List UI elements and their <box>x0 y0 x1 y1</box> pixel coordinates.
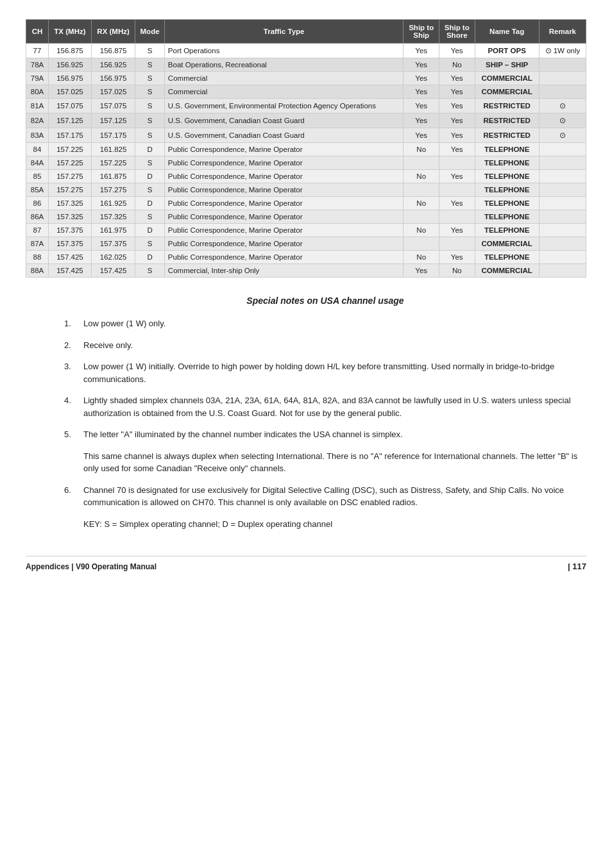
table-cell: TELEPHONE <box>475 210 539 224</box>
table-cell: ⊙ <box>539 128 586 143</box>
table-cell <box>539 197 586 210</box>
table-row: 78A156.925156.925SBoat Operations, Recre… <box>26 58 586 72</box>
table-cell: 87 <box>26 224 49 237</box>
table-cell: 161.875 <box>91 170 135 183</box>
table-cell: 157.325 <box>48 197 91 210</box>
table-cell: 156.925 <box>91 58 135 72</box>
table-cell: Public Correspondence, Marine Operator <box>164 237 404 251</box>
table-cell: D <box>135 197 165 210</box>
table-cell: Public Correspondence, Marine Operator <box>164 143 404 156</box>
table-cell: ⊙ 1W only <box>539 44 586 58</box>
table-row: 83A157.175157.175SU.S. Government, Canad… <box>26 128 586 143</box>
table-cell: Yes <box>404 72 439 85</box>
table-cell: 157.325 <box>91 210 135 224</box>
table-cell: 157.075 <box>48 99 91 113</box>
table-cell: 157.225 <box>48 156 91 170</box>
table-cell <box>404 156 439 170</box>
table-cell: TELEPHONE <box>475 224 539 237</box>
table-cell: 81A <box>26 99 49 113</box>
table-cell: Public Correspondence, Marine Operator <box>164 251 404 264</box>
table-cell: U.S. Government, Canadian Coast Guard <box>164 113 404 128</box>
table-cell: D <box>135 143 165 156</box>
special-notes-section: Special notes on USA channel usage 1.Low… <box>64 296 586 530</box>
table-cell: No <box>439 264 475 278</box>
table-cell: PORT OPS <box>475 44 539 58</box>
table-cell: 77 <box>26 44 49 58</box>
table-cell: S <box>135 237 165 251</box>
table-cell: 156.975 <box>91 72 135 85</box>
note-text: Receive only. <box>83 339 133 352</box>
table-cell: Yes <box>404 44 439 58</box>
table-cell: 157.425 <box>91 264 135 278</box>
table-cell: 85A <box>26 183 49 197</box>
table-row: 77156.875156.875SPort OperationsYesYesPO… <box>26 44 586 58</box>
note-number: 3. <box>64 360 83 385</box>
table-cell: Port Operations <box>164 44 404 58</box>
table-cell: 157.275 <box>48 170 91 183</box>
table-cell: 156.875 <box>91 44 135 58</box>
table-cell: Yes <box>439 251 475 264</box>
table-row: 86157.325161.925DPublic Correspondence, … <box>26 197 586 210</box>
table-cell <box>404 237 439 251</box>
table-cell: No <box>404 197 439 210</box>
table-cell <box>539 143 586 156</box>
footer-page-number: 117 <box>572 562 586 571</box>
col-header-tx: TX (MHz) <box>48 20 91 44</box>
table-cell: Public Correspondence, Marine Operator <box>164 210 404 224</box>
table-cell: 157.425 <box>48 251 91 264</box>
note-item: 6.Channel 70 is designated for use exclu… <box>64 484 586 509</box>
table-cell <box>439 237 475 251</box>
table-cell: Yes <box>404 99 439 113</box>
table-cell <box>539 170 586 183</box>
table-cell: No <box>404 224 439 237</box>
table-cell: Yes <box>439 99 475 113</box>
table-cell: TELEPHONE <box>475 183 539 197</box>
table-cell: Public Correspondence, Marine Operator <box>164 183 404 197</box>
table-cell: 157.275 <box>91 183 135 197</box>
table-cell: S <box>135 99 165 113</box>
table-cell: 157.375 <box>48 224 91 237</box>
col-header-nametag: Name Tag <box>475 20 539 44</box>
col-header-ship-ship: Ship toShip <box>404 20 439 44</box>
table-cell: Public Correspondence, Marine Operator <box>164 197 404 210</box>
table-cell: 80A <box>26 85 49 99</box>
table-cell: Yes <box>439 224 475 237</box>
footer-right: | 117 <box>568 562 586 571</box>
table-cell: 157.225 <box>48 143 91 156</box>
table-cell: U.S. Government, Environmental Protectio… <box>164 99 404 113</box>
table-cell <box>404 210 439 224</box>
table-cell: 86 <box>26 197 49 210</box>
note-number: 1. <box>64 317 83 330</box>
table-cell: COMMERCIAL <box>475 72 539 85</box>
table-cell <box>539 264 586 278</box>
table-cell: 157.025 <box>48 85 91 99</box>
table-cell: D <box>135 251 165 264</box>
table-cell: 157.425 <box>48 264 91 278</box>
note-item: 2.Receive only. <box>64 339 586 352</box>
col-header-rx: RX (MHz) <box>91 20 135 44</box>
table-row: 87157.375161.975DPublic Correspondence, … <box>26 224 586 237</box>
table-cell: Yes <box>439 85 475 99</box>
note-text: The letter "A" illuminated by the channe… <box>83 428 403 441</box>
table-row: 84A157.225157.225SPublic Correspondence,… <box>26 156 586 170</box>
table-cell <box>539 156 586 170</box>
table-cell: 157.125 <box>91 113 135 128</box>
col-header-traffic: Traffic Type <box>164 20 404 44</box>
table-cell: Yes <box>404 264 439 278</box>
note-text: Low power (1 W) only. <box>83 317 166 330</box>
table-cell: 84A <box>26 156 49 170</box>
table-row: 79A156.975156.975SCommercialYesYesCOMMER… <box>26 72 586 85</box>
table-cell: 79A <box>26 72 49 85</box>
table-cell: RESTRICTED <box>475 113 539 128</box>
table-cell <box>539 210 586 224</box>
note-number: 2. <box>64 339 83 352</box>
table-cell: Yes <box>439 197 475 210</box>
table-cell: Yes <box>439 72 475 85</box>
table-cell: S <box>135 156 165 170</box>
table-cell: Public Correspondence, Marine Operator <box>164 156 404 170</box>
note-item: 5.The letter "A" illuminated by the chan… <box>64 428 586 441</box>
col-header-ch: CH <box>26 20 49 44</box>
table-cell: 162.025 <box>91 251 135 264</box>
table-cell: No <box>439 58 475 72</box>
table-cell: Public Correspondence, Marine Operator <box>164 170 404 183</box>
